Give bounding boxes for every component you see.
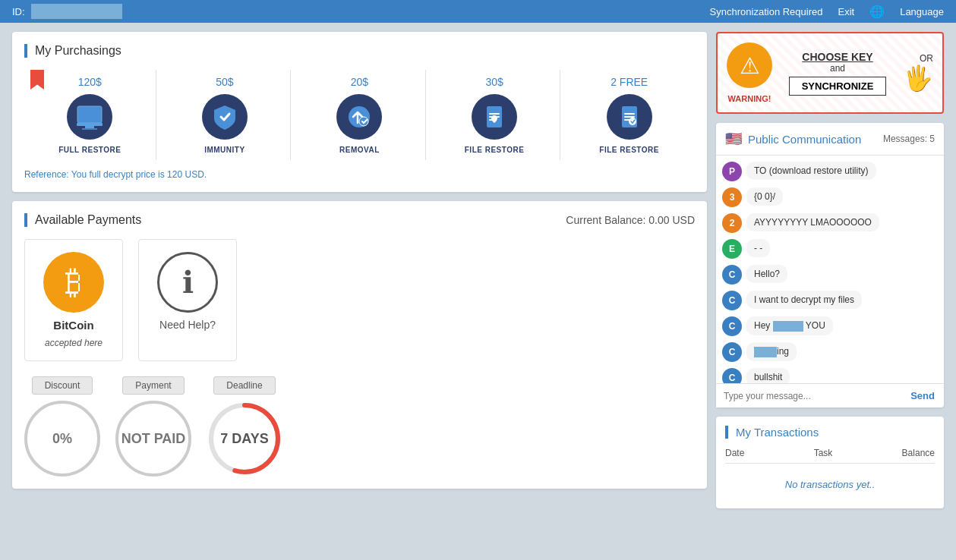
tx-col-task: Task — [814, 448, 833, 458]
message-0: P TO (download restore utility) — [722, 162, 938, 181]
deadline-stat: Deadline 7 DAYS — [207, 376, 282, 477]
and-text: and — [789, 63, 887, 74]
chat-card: 🇺🇸 Public Communication Messages: 5 P TO… — [716, 123, 944, 407]
id-input[interactable] — [31, 4, 122, 19]
discount-label: Discount — [32, 376, 93, 395]
discount-stat: Discount 0% — [24, 376, 100, 477]
price-file-restore-30: 30$ — [485, 76, 503, 88]
message-3: E - - — [722, 239, 938, 259]
warning-top: ⚠ WARNING! CHOOSE KEY and SYNCHRONIZE OR… — [727, 42, 933, 103]
warning-icon: ⚠ — [727, 42, 772, 88]
svg-rect-2 — [85, 126, 94, 128]
bubble-5: I want to decrypt my files — [746, 291, 862, 309]
discount-value: 0% — [24, 401, 100, 477]
chat-input[interactable] — [716, 385, 901, 407]
bubble-0: TO (download restore utility) — [746, 162, 876, 180]
message-4: C Hello? — [722, 265, 938, 285]
deadline-label: Deadline — [213, 376, 275, 395]
language-link[interactable]: Language — [900, 6, 944, 17]
balance-display: Current Balance: 0.00 USD — [566, 214, 695, 226]
bubble-6: Hey YOU — [746, 316, 833, 335]
chat-input-row: Send — [716, 383, 944, 407]
message-1: 3 {0 0}/ — [722, 187, 938, 207]
payment-methods: ₿ BitCoin accepted here ℹ Need Help? — [24, 239, 695, 361]
message-7: C ing — [722, 342, 938, 362]
tx-title-rest: Transactions — [751, 426, 819, 439]
svg-rect-3 — [82, 128, 97, 130]
reference-text: Reference: You full decrypt price is 120… — [24, 169, 695, 180]
warning-center: CHOOSE KEY and SYNCHRONIZE — [789, 51, 887, 96]
message-6: C Hey YOU — [722, 316, 938, 336]
deadline-value: 7 DAYS — [220, 431, 268, 447]
transactions-card: My Transactions Date Task Balance No tra… — [716, 417, 944, 508]
avatar-6: C — [722, 316, 742, 336]
topbar: ID: Synchronization Required Exit 🌐 Lang… — [0, 0, 956, 23]
bubble-8: bullshit — [746, 368, 790, 383]
purchase-item-file-restore-30[interactable]: 30$ FILE RESTORE — [429, 70, 561, 160]
bitcoin-sublabel: accepted here — [45, 338, 103, 348]
purchase-item-file-restore-free[interactable]: 2 FREE FILE RESTORE — [563, 70, 695, 160]
bubble-4: Hello? — [746, 265, 787, 283]
icon-file-restore-30 — [472, 94, 517, 140]
icon-immunity — [202, 94, 248, 140]
purchase-item-immunity[interactable]: 50$ IMMUNITY — [159, 70, 292, 160]
left-panel: My Purchasings 120$ FULL RESTORE — [12, 32, 707, 508]
message-5: C I want to decrypt my files — [722, 291, 938, 310]
help-payment[interactable]: ℹ Need Help? — [138, 239, 237, 361]
svg-rect-1 — [77, 123, 103, 126]
warning-right: OR 🖐 — [903, 53, 933, 93]
avatar-3: E — [722, 239, 742, 259]
warning-box: ⚠ WARNING! CHOOSE KEY and SYNCHRONIZE OR… — [716, 32, 944, 114]
tx-empty: No transactions yet.. — [725, 470, 935, 499]
right-panel: ⚠ WARNING! CHOOSE KEY and SYNCHRONIZE OR… — [716, 32, 944, 508]
purchase-item-full-restore[interactable]: 120$ FULL RESTORE — [24, 70, 156, 160]
or-text: OR — [903, 53, 933, 64]
main-content: My Purchasings 120$ FULL RESTORE — [0, 23, 956, 518]
message-2: 2 AYYYYYYYY LMAOOOOOO — [722, 213, 938, 233]
payment-label: Payment — [122, 376, 184, 395]
info-icon: ℹ — [157, 252, 218, 313]
topbar-left: ID: — [12, 4, 122, 19]
tx-headers: Date Task Balance — [725, 448, 935, 464]
svg-point-8 — [629, 118, 636, 125]
avatar-4: C — [722, 265, 742, 285]
purchasings-grid: 120$ FULL RESTORE 50$ — [24, 70, 695, 160]
tx-title-my: My — [736, 426, 751, 439]
flag-icon: 🇺🇸 — [725, 131, 742, 147]
chat-messages[interactable]: P TO (download restore utility) 3 {0 0}/… — [716, 156, 944, 383]
deadline-circle: 7 DAYS — [207, 401, 282, 477]
avatar-2: 2 — [722, 213, 742, 233]
label-file-restore-free: FILE RESTORE — [599, 146, 659, 154]
bubble-7: ing — [746, 342, 797, 361]
synchronize-button[interactable]: SYNCHRONIZE — [789, 77, 887, 96]
stats-row: Discount 0% Payment NOT PAID Deadline 7 … — [24, 376, 695, 477]
chat-title: Public Communication — [748, 133, 861, 146]
warning-text: WARNING! — [728, 94, 771, 103]
purchase-item-removal[interactable]: 20$ REMOVAL — [294, 70, 426, 160]
bitcoin-icon: ₿ — [43, 252, 104, 313]
payment-value: NOT PAID — [115, 401, 191, 477]
label-immunity: IMMUNITY — [204, 146, 245, 154]
balance-label: Current Balance: — [566, 214, 645, 226]
messages-count: Messages: 5 — [883, 134, 935, 144]
send-button[interactable]: Send — [901, 384, 944, 407]
bubble-1: {0 0}/ — [746, 187, 783, 206]
price-file-restore-free: 2 FREE — [611, 76, 648, 88]
chat-header: 🇺🇸 Public Communication Messages: 5 — [716, 123, 944, 156]
payment-stat: Payment NOT PAID — [115, 376, 191, 477]
exit-link[interactable]: Exit — [838, 6, 854, 17]
hand-icon: 🖐 — [903, 64, 933, 93]
svg-rect-0 — [77, 106, 102, 123]
bitcoin-payment[interactable]: ₿ BitCoin accepted here — [24, 239, 123, 361]
sync-required-link[interactable]: Synchronization Required — [710, 6, 823, 17]
choose-key-text[interactable]: CHOOSE KEY — [789, 51, 887, 63]
balance-value: 0.00 USD — [648, 214, 695, 226]
label-removal: REMOVAL — [339, 146, 380, 154]
payments-card: Available Payments Current Balance: 0.00… — [12, 201, 707, 489]
tx-col-date: Date — [725, 448, 744, 458]
price-removal: 20$ — [351, 76, 368, 88]
avatar-0: P — [722, 162, 742, 181]
bitcoin-label: BitCoin — [53, 319, 93, 332]
avatar-1: 3 — [722, 187, 742, 207]
warning-left: ⚠ WARNING! — [727, 42, 772, 103]
